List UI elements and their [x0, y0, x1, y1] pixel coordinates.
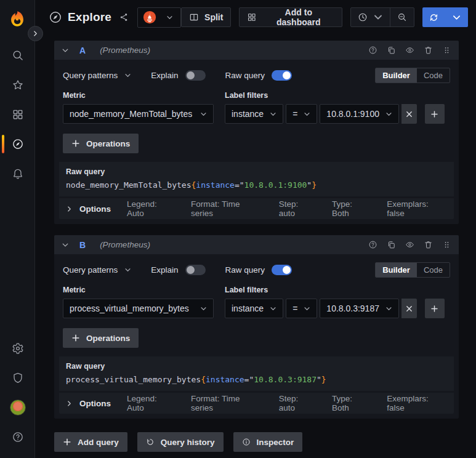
- label-filters-field: Label filters instance =: [225, 286, 445, 318]
- add-operation-button[interactable]: Operations: [63, 134, 139, 153]
- options-collapse-button[interactable]: Options: [66, 204, 111, 214]
- filter-key-select[interactable]: instance: [225, 104, 283, 124]
- query-b-body: Query patterns Explain Raw query Bu: [54, 254, 459, 419]
- add-filter-button[interactable]: [425, 104, 445, 124]
- drag-query-handle[interactable]: [442, 46, 451, 55]
- close-icon: [405, 305, 413, 313]
- sidebar-item-alerting[interactable]: [0, 159, 35, 188]
- switch-knob: [187, 266, 195, 274]
- sidebar-item-dashboards[interactable]: [0, 100, 35, 129]
- disable-query-button[interactable]: [405, 240, 414, 249]
- options-label: Options: [79, 399, 111, 408]
- remove-query-button[interactable]: [424, 46, 433, 55]
- options-collapse-button[interactable]: Options: [66, 399, 111, 408]
- query-b-actions: [368, 240, 451, 249]
- sidebar-item-server-admin[interactable]: [0, 363, 35, 393]
- option-exemplars: Exemplars: false: [387, 199, 447, 218]
- time-picker-button[interactable]: [351, 8, 390, 26]
- remove-filter-button[interactable]: [401, 299, 417, 318]
- chevron-down-icon: [124, 72, 131, 79]
- plus-icon: [71, 334, 80, 342]
- query-editor-row-b: B (Prometheus) Query patterns: [54, 235, 459, 419]
- remove-filter-button[interactable]: [401, 104, 417, 124]
- raw-query-label: Raw query: [225, 71, 265, 80]
- page-title: Explore: [68, 10, 111, 24]
- collapse-query-button[interactable]: [62, 47, 69, 54]
- metric-select[interactable]: process_virtual_memory_bytes: [63, 299, 214, 318]
- info-circle-icon: [242, 438, 251, 446]
- disable-query-button[interactable]: [405, 46, 414, 55]
- promql-rbrace: }: [312, 180, 317, 190]
- query-editor-row-a: A (Prometheus) Query patterns: [54, 41, 459, 224]
- plus-icon: [430, 305, 438, 313]
- code-mode-button[interactable]: Code: [417, 263, 450, 277]
- metric-and-filters-row: Metric node_memory_MemTotal_bytes Label …: [59, 91, 454, 124]
- code-mode-button[interactable]: Code: [417, 68, 450, 82]
- chevron-down-icon: [200, 305, 207, 312]
- share-shortlink-button[interactable]: [116, 10, 131, 26]
- filter-value-select[interactable]: 10.8.0.3:9187: [320, 299, 399, 318]
- duplicate-query-button[interactable]: [387, 240, 396, 249]
- sidebar-item-configuration[interactable]: [0, 334, 35, 363]
- builder-mode-button[interactable]: Builder: [376, 68, 417, 82]
- filter-operator-select[interactable]: =: [286, 299, 317, 318]
- filter-operator-value: =: [292, 109, 297, 119]
- copy-icon: [387, 46, 396, 55]
- add-query-button[interactable]: Add query: [54, 432, 127, 452]
- sidebar-item-profile[interactable]: [0, 393, 35, 422]
- query-patterns-label: Query patterns: [63, 265, 118, 275]
- filter-operator-select[interactable]: =: [286, 104, 317, 124]
- add-operation-button[interactable]: Operations: [63, 328, 139, 348]
- eye-icon: [405, 240, 414, 249]
- sidebar-item-search[interactable]: [0, 41, 35, 70]
- option-format: Format: Time series: [191, 199, 263, 218]
- raw-query-switch[interactable]: [272, 265, 292, 275]
- metric-field-label: Metric: [63, 286, 214, 294]
- inspector-button[interactable]: Inspector: [233, 432, 303, 452]
- query-patterns-dropdown[interactable]: Query patterns: [63, 71, 131, 80]
- promql-expression: process_virtual_memory_bytes{instance="1…: [66, 375, 326, 384]
- builder-mode-button[interactable]: Builder: [376, 263, 417, 277]
- query-b-header: B (Prometheus): [54, 235, 459, 254]
- explain-toggle-group: Explain: [151, 265, 205, 275]
- option-legend: Legend: Auto: [127, 199, 175, 218]
- duplicate-query-button[interactable]: [387, 46, 396, 55]
- query-help-button[interactable]: [368, 46, 377, 55]
- filter-value-select[interactable]: 10.8.0.1:9100: [320, 104, 399, 124]
- query-b-options-toolbar: Query patterns Explain Raw query Bu: [59, 259, 454, 286]
- raw-query-preview-label: Raw query: [66, 362, 447, 371]
- drag-query-handle[interactable]: [442, 240, 451, 249]
- run-query-interval-dropdown[interactable]: [445, 7, 468, 27]
- query-help-button[interactable]: [368, 240, 377, 249]
- add-filter-button[interactable]: [425, 299, 445, 318]
- metric-select[interactable]: node_memory_MemTotal_bytes: [63, 104, 214, 124]
- raw-query-switch[interactable]: [272, 70, 292, 81]
- datasource-picker[interactable]: [137, 7, 181, 28]
- option-step: Step: auto: [279, 199, 316, 218]
- sidebar-expand-button[interactable]: [28, 26, 43, 41]
- query-patterns-label: Query patterns: [63, 71, 118, 80]
- remove-query-button[interactable]: [424, 240, 433, 249]
- add-to-dashboard-button[interactable]: Add to dashboard: [239, 7, 342, 27]
- collapse-query-button[interactable]: [62, 241, 69, 249]
- grafana-flame-icon: [8, 10, 26, 28]
- sidebar-item-starred[interactable]: [0, 70, 35, 100]
- query-ref-id: A: [79, 46, 86, 55]
- explain-switch[interactable]: [185, 265, 206, 275]
- promql-quote: ": [240, 180, 244, 190]
- explain-switch[interactable]: [185, 70, 206, 81]
- query-history-button[interactable]: Query history: [137, 432, 224, 452]
- run-query-button[interactable]: [422, 7, 445, 27]
- label-filter-row: instance = 10.8.0.1:9100: [225, 104, 445, 124]
- query-patterns-dropdown[interactable]: Query patterns: [63, 265, 131, 275]
- sidebar-item-explore[interactable]: [0, 129, 35, 159]
- chevron-down-icon: [270, 111, 276, 118]
- promql-label-key: instance: [196, 180, 235, 190]
- zoom-out-time-button[interactable]: [390, 8, 414, 26]
- plus-icon: [63, 438, 71, 446]
- promql-label-value: 10.8.0.1:9100: [244, 180, 307, 190]
- split-button[interactable]: Split: [181, 7, 231, 27]
- main-content: Explore Split: [35, 0, 476, 458]
- sidebar-item-help[interactable]: [0, 422, 35, 452]
- filter-key-select[interactable]: instance: [225, 299, 283, 318]
